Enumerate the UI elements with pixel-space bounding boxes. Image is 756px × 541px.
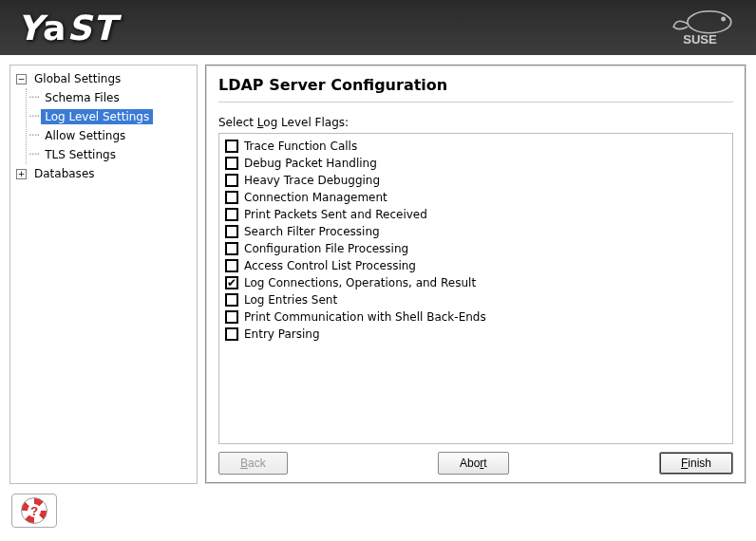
section-label: Select Log Level Flags:: [218, 116, 733, 129]
log-flag-item[interactable]: Debug Packet Handling: [225, 155, 727, 172]
log-flag-item[interactable]: Heavy Trace Debugging: [225, 172, 727, 189]
checkbox-label: Connection Management: [244, 191, 387, 204]
log-flag-item[interactable]: Log Connections, Operations, and Result: [225, 274, 727, 291]
config-panel: LDAP Server Configuration Select Log Lev…: [205, 65, 747, 484]
checkbox-label: Configuration File Processing: [244, 242, 408, 255]
tree-label[interactable]: Log Level Settings: [41, 109, 153, 124]
log-flag-item[interactable]: Configuration File Processing: [225, 240, 727, 257]
suse-logo: SUSE: [661, 8, 739, 47]
checkbox-label: Search Filter Processing: [244, 225, 380, 238]
panel-divider: [218, 102, 733, 103]
log-flag-item[interactable]: Search Filter Processing: [225, 223, 727, 240]
checkbox-label: Trace Function Calls: [244, 140, 357, 153]
checkbox-label: Entry Parsing: [244, 327, 320, 341]
checkbox[interactable]: [225, 259, 238, 272]
tree-label[interactable]: Schema Files: [41, 90, 123, 105]
log-flag-item[interactable]: Trace Function Calls: [225, 138, 727, 155]
tree-node-allow-settings[interactable]: Allow Settings: [28, 126, 197, 145]
checkbox-label: Heavy Trace Debugging: [244, 174, 380, 187]
tree-node-databases[interactable]: +Databases: [10, 164, 197, 183]
svg-point-0: [688, 11, 731, 33]
checkbox-label: Print Communication with Shell Back-Ends: [244, 310, 486, 324]
log-level-flags-list[interactable]: Trace Function CallsDebug Packet Handlin…: [218, 133, 733, 444]
tree-node-tls-settings[interactable]: TLS Settings: [28, 145, 197, 164]
checkbox[interactable]: [225, 310, 238, 324]
tree-toggle-icon[interactable]: −: [16, 74, 27, 84]
checkbox[interactable]: [225, 157, 238, 170]
tree-label[interactable]: Databases: [30, 166, 99, 181]
help-button[interactable]: [11, 494, 57, 528]
checkbox[interactable]: [225, 242, 238, 255]
yast-logo: YaST: [17, 9, 117, 47]
checkbox[interactable]: [225, 208, 238, 221]
checkbox[interactable]: [225, 225, 238, 238]
tree-label[interactable]: TLS Settings: [41, 147, 120, 162]
checkbox[interactable]: [225, 293, 238, 307]
log-flag-item[interactable]: Entry Parsing: [225, 326, 727, 343]
svg-point-1: [721, 17, 726, 22]
svg-text:SUSE: SUSE: [683, 32, 717, 47]
finish-button[interactable]: Finish: [659, 452, 733, 475]
checkbox[interactable]: [225, 140, 238, 153]
help-icon: [21, 497, 47, 524]
log-flag-item[interactable]: Log Entries Sent: [225, 291, 727, 308]
checkbox-label: Print Packets Sent and Received: [244, 208, 427, 221]
back-button[interactable]: Back: [218, 452, 288, 475]
checkbox-label: Access Control List Processing: [244, 259, 416, 272]
sidebar-tree[interactable]: −Global SettingsSchema FilesLog Level Se…: [9, 65, 198, 484]
checkbox[interactable]: [225, 327, 238, 341]
top-banner: YaST SUSE: [0, 0, 756, 55]
checkbox[interactable]: [225, 191, 238, 204]
panel-title: LDAP Server Configuration: [218, 76, 733, 94]
tree-label[interactable]: Global Settings: [30, 71, 124, 86]
log-flag-item[interactable]: Connection Management: [225, 189, 727, 206]
abort-button[interactable]: Abort: [438, 452, 509, 475]
log-flag-item[interactable]: Print Packets Sent and Received: [225, 206, 727, 223]
tree-label[interactable]: Allow Settings: [41, 128, 129, 143]
checkbox-label: Log Connections, Operations, and Result: [244, 276, 476, 289]
log-flag-item[interactable]: Access Control List Processing: [225, 257, 727, 274]
tree-node-log-level-settings[interactable]: Log Level Settings: [28, 107, 197, 126]
checkbox[interactable]: [225, 276, 238, 289]
tree-toggle-icon[interactable]: +: [16, 169, 27, 179]
log-flag-item[interactable]: Print Communication with Shell Back-Ends: [225, 308, 727, 326]
checkbox-label: Log Entries Sent: [244, 293, 337, 307]
tree-node-global-settings[interactable]: −Global Settings: [10, 69, 197, 88]
tree-node-schema-files[interactable]: Schema Files: [28, 88, 197, 107]
checkbox[interactable]: [225, 174, 238, 187]
checkbox-label: Debug Packet Handling: [244, 157, 377, 170]
